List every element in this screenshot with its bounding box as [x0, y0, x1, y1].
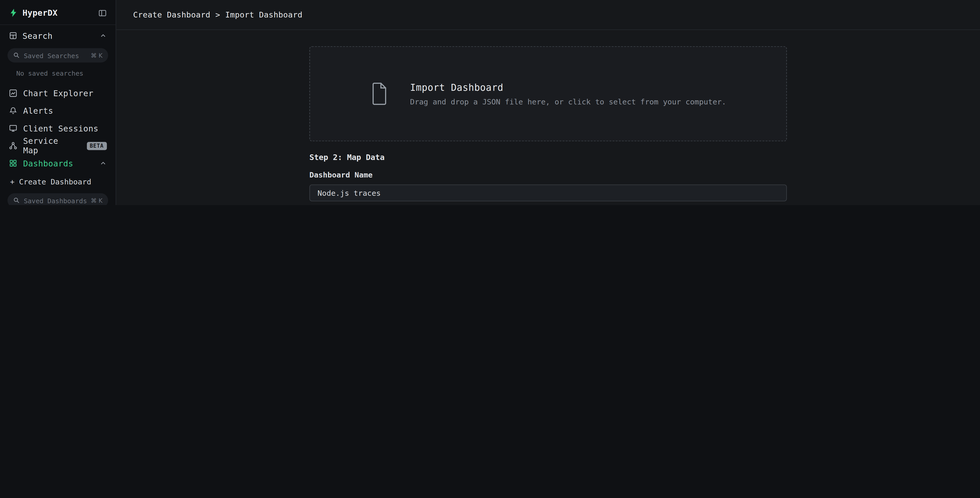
sidebar: HyperDX Search ⌘ K No saved searches: [0, 0, 116, 205]
dropzone-text: Import Dashboard Drag and drop a JSON fi…: [410, 81, 726, 106]
import-dashboard-content: Import Dashboard Drag and drop a JSON fi…: [309, 46, 787, 205]
sidebar-nav: Chart Explorer Alerts Client Sessions Se…: [0, 85, 116, 172]
hyperdx-logo-icon: [9, 8, 18, 18]
chevron-up-icon: [100, 32, 107, 39]
search-section-icon: [9, 31, 18, 40]
saved-dashboards-input[interactable]: [24, 197, 87, 204]
sidebar-header: HyperDX: [0, 0, 116, 24]
breadcrumb-create-dashboard[interactable]: Create Dashboard: [133, 10, 210, 19]
bell-icon: [9, 106, 18, 115]
no-saved-searches-text: No saved searches: [16, 69, 116, 77]
dashboards-grid-icon: [9, 159, 18, 168]
dashboard-name-input[interactable]: [309, 184, 787, 201]
breadcrumb-import-dashboard[interactable]: Import Dashboard: [225, 10, 302, 19]
file-icon: [370, 82, 389, 105]
saved-searches-input[interactable]: [24, 52, 87, 59]
sidebar-item-alerts[interactable]: Alerts: [0, 102, 116, 119]
app-window: HyperDX Search ⌘ K No saved searches: [0, 0, 980, 205]
shortcut-hint: ⌘ K: [91, 197, 103, 204]
chart-explorer-icon: [9, 89, 18, 97]
logo-row: HyperDX: [9, 8, 57, 18]
search-icon: [13, 52, 20, 59]
top-bar: Create Dashboard > Import Dashboard: [116, 0, 980, 30]
sidebar-collapse-icon[interactable]: [98, 8, 107, 17]
breadcrumb-separator: >: [215, 10, 220, 19]
beta-badge: BETA: [87, 142, 107, 150]
divider: [0, 24, 116, 25]
dropzone-title: Import Dashboard: [410, 81, 726, 93]
dashboard-name-label: Dashboard Name: [309, 171, 787, 180]
nav-label: Service Map: [23, 136, 76, 155]
saved-searches-search[interactable]: ⌘ K: [8, 48, 108, 62]
monitor-icon: [9, 124, 18, 132]
sidebar-section-search[interactable]: Search: [0, 26, 116, 45]
breadcrumb: Create Dashboard > Import Dashboard: [133, 10, 302, 19]
shortcut-hint: ⌘ K: [91, 52, 103, 59]
nav-label: Dashboards: [23, 158, 73, 168]
app-title: HyperDX: [22, 8, 58, 18]
sidebar-item-service-map[interactable]: Service Map BETA: [0, 137, 116, 154]
nav-label: Client Sessions: [23, 123, 99, 133]
import-dropzone[interactable]: Import Dashboard Drag and drop a JSON fi…: [309, 46, 787, 142]
search-icon: [13, 197, 20, 204]
service-map-icon: [9, 141, 18, 150]
sidebar-item-chart-explorer[interactable]: Chart Explorer: [0, 85, 116, 102]
nav-label: Alerts: [23, 106, 53, 115]
nav-label: Chart Explorer: [23, 88, 93, 98]
chevron-up-icon: [100, 160, 107, 167]
create-dashboard-button[interactable]: + Create Dashboard: [0, 174, 116, 190]
saved-dashboards-search[interactable]: ⌘ K: [8, 193, 108, 205]
sidebar-item-client-sessions[interactable]: Client Sessions: [0, 119, 116, 137]
dropzone-subtitle: Drag and drop a JSON file here, or click…: [410, 97, 726, 106]
sidebar-item-dashboards[interactable]: Dashboards: [0, 154, 116, 172]
search-section-label: Search: [22, 31, 53, 40]
step-label: Step 2: Map Data: [309, 153, 787, 162]
main-panel: Create Dashboard > Import Dashboard Impo…: [116, 0, 980, 205]
